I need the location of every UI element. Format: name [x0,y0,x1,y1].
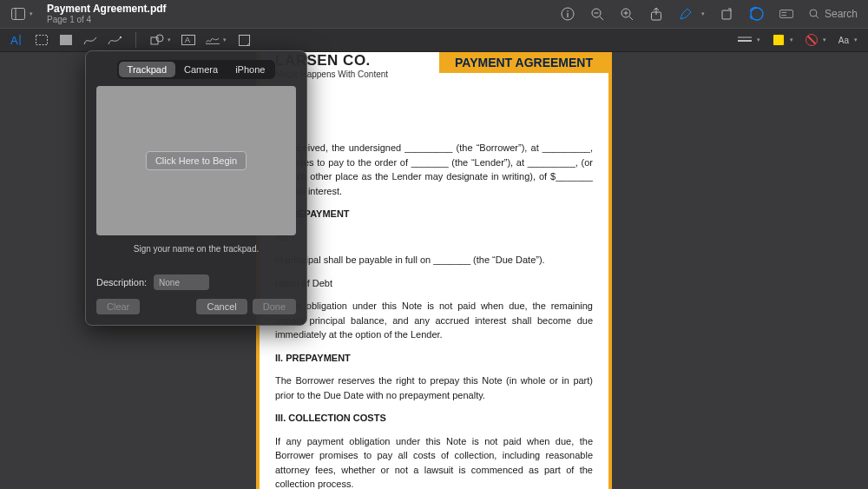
info-icon[interactable] [561,7,575,21]
redact-tool-icon[interactable] [59,33,73,47]
svg-line-9 [629,17,633,20]
svg-rect-24 [60,35,72,45]
titlebar-left: ▾ Payment Agreement.pdf Page 1 of 4 [10,3,167,24]
svg-point-19 [810,10,817,17]
search-field[interactable]: Search [809,8,858,20]
chevron-down-icon[interactable]: ▾ [823,36,826,43]
section-3-title: III. COLLECTION COSTS [275,411,593,426]
search-placeholder: Search [825,8,858,20]
signature-popover: Trackpad Camera iPhone Click Here to Beg… [85,50,307,326]
fill-color-swatch[interactable] [806,34,818,46]
line-style-icon[interactable] [738,33,752,47]
text-selection-tool-icon[interactable]: A [10,33,24,47]
svg-rect-0 [12,9,25,20]
sidebar-toggle-icon[interactable] [10,6,26,22]
done-button[interactable]: Done [253,299,296,314]
chevron-down-icon[interactable]: ▾ [30,10,33,17]
section-1-title: OF REPAYMENT [275,207,593,221]
titlebar-right: ▾ Search [561,7,858,21]
section-1b: id principal shall be payable in full on… [275,253,593,268]
tab-trackpad[interactable]: Trackpad [119,62,175,77]
draw-tool-icon[interactable] [108,33,122,47]
rotate-icon[interactable] [720,7,734,21]
svg-text:A: A [185,36,190,44]
svg-text:A: A [10,34,18,46]
title-block: Payment Agreement.pdf Page 1 of 4 [47,3,167,24]
svg-rect-4 [567,13,568,17]
text-style-button[interactable]: Aa [838,36,849,45]
signature-source-tabs: Trackpad Camera iPhone [117,60,276,79]
zoom-in-icon[interactable] [620,7,634,21]
chevron-down-icon[interactable]: ▾ [757,36,760,43]
section-2-title: II. PREPAYMENT [275,351,593,366]
note-tool-icon[interactable] [237,33,251,47]
document-title: Payment Agreement.pdf [47,3,167,15]
highlight-icon[interactable] [750,7,764,21]
section-1c-body: yment obligation under this Note is not … [275,299,593,342]
section-1c-title: ration of Debt [275,276,593,291]
svg-point-15 [751,8,763,20]
form-icon[interactable] [779,7,793,21]
section-3-body: If any payment obligation under this Not… [275,434,593,490]
chevron-down-icon[interactable]: ▾ [790,36,793,43]
separator [135,32,136,48]
svg-line-20 [816,16,819,18]
pdf-page: LARSEN CO. Magic Happens With Content PA… [256,52,612,489]
zoom-out-icon[interactable] [590,7,604,21]
description-select[interactable]: None [154,274,209,290]
rect-select-tool-icon[interactable] [35,33,49,47]
intro-paragraph: ue received, the undersigned _________ (… [275,141,593,198]
section-1a: nts [275,230,593,245]
svg-rect-16 [779,10,792,18]
document-body: ue received, the undersigned _________ (… [275,141,593,489]
clear-button[interactable]: Clear [96,299,140,314]
shapes-tool-icon[interactable] [150,33,164,47]
search-icon [809,9,819,19]
svg-point-27 [156,35,163,42]
chevron-down-icon[interactable]: ▾ [701,10,705,17]
signature-pad[interactable]: Click Here to Begin [96,86,296,235]
chevron-down-icon[interactable]: ▾ [854,36,858,43]
textbox-tool-icon[interactable]: A [181,33,195,47]
signature-hint: Sign your name on the trackpad. [96,244,296,254]
svg-rect-23 [36,36,48,45]
page-indicator: Page 1 of 4 [47,15,167,24]
share-icon[interactable] [649,7,663,21]
markup-toolbar: A ▾ A ▾ ▾ ▾ ▾ Aa ▾ [0,28,868,52]
tab-camera[interactable]: Camera [175,62,227,77]
description-label: Description: [96,277,147,287]
svg-point-3 [567,10,569,12]
svg-line-6 [600,17,603,20]
tab-iphone[interactable]: iPhone [227,62,273,77]
cancel-button[interactable]: Cancel [196,299,247,314]
sketch-tool-icon[interactable] [83,33,97,47]
chevron-down-icon[interactable]: ▾ [223,36,227,43]
markup-pen-icon[interactable] [679,7,693,21]
document-banner: PAYMENT AGREEMENT [439,52,608,73]
sign-tool-icon[interactable] [206,33,220,47]
stroke-color-swatch[interactable] [773,34,785,46]
signature-prompt[interactable]: Click Here to Begin [146,151,247,170]
svg-rect-14 [722,10,731,19]
titlebar: ▾ Payment Agreement.pdf Page 1 of 4 ▾ Se… [0,0,868,28]
chevron-down-icon[interactable]: ▾ [168,36,171,43]
section-2-body: The Borrower reserves the right to prepa… [275,373,593,402]
